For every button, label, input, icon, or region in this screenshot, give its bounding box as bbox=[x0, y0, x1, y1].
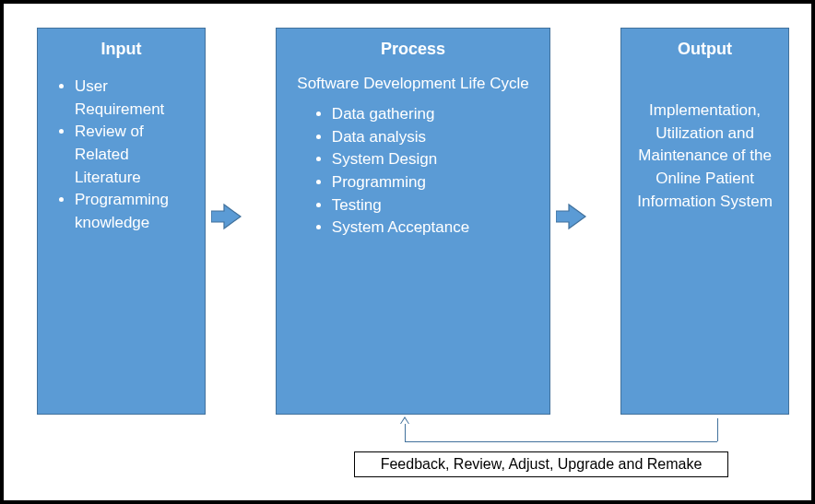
main-row: Input User Requirement Review of Related… bbox=[4, 4, 811, 415]
feedback-arrowhead-icon bbox=[400, 416, 409, 424]
svg-marker-0 bbox=[211, 205, 241, 229]
arrow-right-icon bbox=[556, 203, 587, 230]
feedback-connector bbox=[717, 418, 718, 441]
list-item: System Design bbox=[332, 148, 538, 171]
feedback-connector bbox=[405, 441, 717, 442]
list-item: Data analysis bbox=[332, 126, 538, 149]
input-list: User Requirement Review of Related Liter… bbox=[75, 76, 194, 234]
list-item: Programming knowledge bbox=[75, 189, 194, 234]
feedback-label: Feedback, Review, Adjust, Upgrade and Re… bbox=[354, 451, 728, 477]
output-text: Implementation, Utilization and Maintena… bbox=[634, 100, 775, 213]
process-box: Process Software Development Life Cycle … bbox=[276, 28, 550, 415]
list-item: Data gathering bbox=[332, 103, 538, 126]
output-box: Output Implementation, Utilization and M… bbox=[620, 28, 789, 415]
list-item: Programming bbox=[332, 171, 538, 194]
input-title: Input bbox=[38, 40, 205, 59]
arrow-right-icon bbox=[211, 203, 242, 230]
process-subtitle: Software Development Life Cycle bbox=[295, 74, 531, 94]
svg-marker-1 bbox=[556, 205, 585, 229]
list-item: System Acceptance bbox=[332, 217, 538, 240]
list-item: Review of Related Literature bbox=[75, 121, 194, 189]
output-title: Output bbox=[621, 40, 788, 59]
input-box: Input User Requirement Review of Related… bbox=[37, 28, 206, 415]
list-item: Testing bbox=[332, 194, 538, 217]
process-title: Process bbox=[277, 40, 549, 59]
process-list: Data gathering Data analysis System Desi… bbox=[332, 103, 538, 240]
diagram-frame: Input User Requirement Review of Related… bbox=[0, 0, 815, 504]
list-item: User Requirement bbox=[75, 76, 194, 121]
